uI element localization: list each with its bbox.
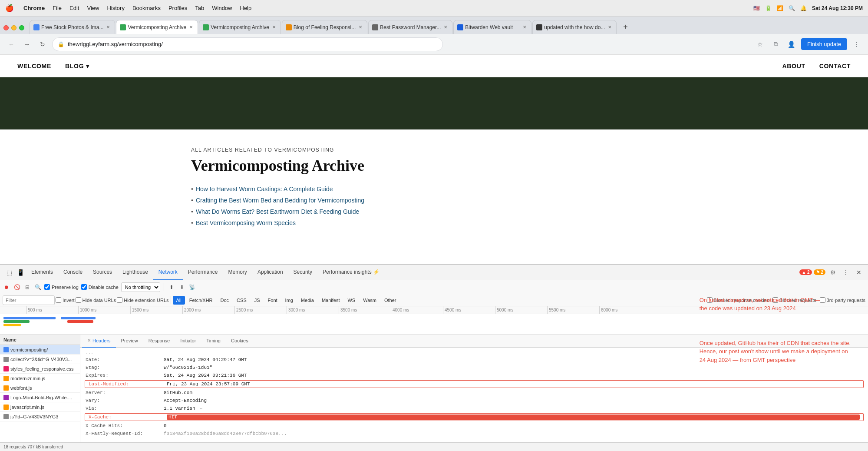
article-link-4[interactable]: Best Vermicomposing Worm Species <box>196 219 296 226</box>
network-item-8[interactable]: js?id=G-V430V3NYG3 <box>0 412 80 421</box>
tab-2[interactable]: Vermicomposting Archive ✕ <box>116 20 198 34</box>
tab-close-5[interactable]: ✕ <box>442 24 449 30</box>
third-party-checkbox[interactable]: 3rd-party requests <box>820 297 865 303</box>
network-item-2[interactable]: collect?v=2&tid=G-V430V3... <box>0 355 80 364</box>
menu-file[interactable]: File <box>53 5 62 11</box>
filter-media[interactable]: Media <box>297 296 317 305</box>
invert-checkbox[interactable]: Invert <box>56 297 75 303</box>
tab-elements[interactable]: Elements <box>26 265 58 280</box>
nav-about[interactable]: ABOUT <box>782 63 805 70</box>
disable-cache-input[interactable] <box>81 284 87 290</box>
article-link-2[interactable]: Crafting the Best Worm Bed and Bedding f… <box>196 197 364 204</box>
filter-all[interactable]: All <box>173 296 185 305</box>
tab-4[interactable]: Blog of Feeling Responsi... ✕ <box>282 20 367 34</box>
blocked-requests-checkbox[interactable]: Blocked requests <box>772 297 816 303</box>
details-tab-response[interactable]: Response <box>143 335 175 348</box>
import-icon[interactable]: ⬇ <box>178 283 186 291</box>
network-item-4[interactable]: modernizr.min.js <box>0 374 80 383</box>
menu-bookmarks[interactable]: Bookmarks <box>132 5 161 11</box>
article-link-3[interactable]: What Do Worms Eat? Best Earthworm Diet &… <box>196 208 359 215</box>
preserve-log-input[interactable] <box>44 284 50 290</box>
record-icon[interactable]: ⏺ <box>3 283 10 291</box>
tab-7[interactable]: updated with the how do... ✕ <box>532 20 617 34</box>
tab-1[interactable]: Free Stock Photos & Ima... ✕ <box>30 20 115 34</box>
article-link-1[interactable]: How to Harvest Worm Castings: A Complete… <box>196 186 333 192</box>
filter-wasm[interactable]: Wasm <box>360 296 380 305</box>
network-item-3[interactable]: styles_feeling_responsive.css <box>0 364 80 374</box>
disable-cache-checkbox[interactable]: Disable cache <box>81 284 119 290</box>
menu-history[interactable]: History <box>107 5 124 11</box>
tab-close-3[interactable]: ✕ <box>271 24 277 30</box>
filter-font[interactable]: Font <box>264 296 281 305</box>
maximize-window-button[interactable] <box>19 25 24 30</box>
new-tab-button[interactable]: + <box>619 22 631 34</box>
devtools-inspect-icon[interactable]: ⬚ <box>3 267 15 278</box>
tab-sources[interactable]: Sources <box>88 265 117 280</box>
filter-doc[interactable]: Doc <box>217 296 233 305</box>
hide-ext-urls-checkbox[interactable]: Hide extension URLs <box>117 297 168 303</box>
tab-close-4[interactable]: ✕ <box>357 24 363 30</box>
network-filter-input[interactable] <box>3 295 55 305</box>
menu-view[interactable]: View <box>87 5 99 11</box>
tab-application[interactable]: Application <box>252 265 288 280</box>
preserve-log-checkbox[interactable]: Preserve log <box>44 284 79 290</box>
nav-blog[interactable]: BLOG ▾ <box>65 63 89 70</box>
tab-6[interactable]: Bitwarden Web vault ✕ <box>453 20 531 34</box>
profile-icon[interactable]: 👤 <box>785 38 798 50</box>
tab-5[interactable]: Best Password Manager... ✕ <box>368 20 452 34</box>
tab-security[interactable]: Security <box>288 265 317 280</box>
details-tab-cookies[interactable]: Cookies <box>226 335 254 348</box>
nav-welcome[interactable]: WELCOME <box>17 63 51 70</box>
tab-close-1[interactable]: ✕ <box>105 24 111 30</box>
wifi-icon[interactable]: 📡 <box>188 283 196 291</box>
tab-close-2[interactable]: ✕ <box>188 24 194 30</box>
menu-profiles[interactable]: Profiles <box>168 5 187 11</box>
upload-icon[interactable]: ⬆ <box>168 283 175 291</box>
devtools-more-icon[interactable]: ⋮ <box>840 267 851 278</box>
filter-manifest[interactable]: Manifest <box>318 296 343 305</box>
close-window-button[interactable] <box>3 25 9 30</box>
devtools-settings-icon[interactable]: ⚙ <box>827 267 838 278</box>
network-item-7[interactable]: javascript.min.js <box>0 402 80 412</box>
menu-window[interactable]: Window <box>212 5 232 11</box>
clear-icon[interactable]: 🚫 <box>13 283 21 291</box>
bookmark-icon[interactable]: ☆ <box>754 38 766 50</box>
filter-ws[interactable]: WS <box>344 296 359 305</box>
details-tab-preview[interactable]: Preview <box>116 335 143 348</box>
tab-performance[interactable]: Performance <box>183 265 223 280</box>
details-tab-timing[interactable]: Timing <box>201 335 226 348</box>
filter-css[interactable]: CSS <box>233 296 250 305</box>
network-item-6[interactable]: Logo-Mont-Bold-Big-White.... <box>0 393 80 402</box>
menu-edit[interactable]: Edit <box>69 5 79 11</box>
tab-lighthouse[interactable]: Lighthouse <box>117 265 153 280</box>
network-item-1[interactable]: vermicomposting/ <box>0 345 80 355</box>
filter-other[interactable]: Other <box>381 296 400 305</box>
tab-network[interactable]: Network <box>153 265 183 280</box>
apple-icon[interactable]: 🍎 <box>5 4 14 12</box>
search-icon[interactable]: 🔍 <box>34 283 42 291</box>
network-item-5[interactable]: webfont.js <box>0 383 80 393</box>
reload-button[interactable]: ↻ <box>36 38 49 50</box>
tab-perf-insights[interactable]: Performance insights ⚡ <box>317 265 385 280</box>
minimize-window-button[interactable] <box>11 25 17 30</box>
blocked-cookies-checkbox[interactable]: Blocked response cookies <box>707 297 769 303</box>
details-tab-initiator[interactable]: Initiator <box>175 335 201 348</box>
filter-fetch-xhr[interactable]: Fetch/XHR <box>186 296 216 305</box>
finish-update-button[interactable]: Finish update <box>801 38 847 50</box>
devtools-device-icon[interactable]: 📱 <box>15 267 26 278</box>
devtools-close-icon[interactable]: ✕ <box>853 267 865 278</box>
tab-console[interactable]: Console <box>58 265 88 280</box>
filter-icon[interactable]: ⊟ <box>23 283 31 291</box>
hide-data-urls-checkbox[interactable]: Hide data URLs <box>76 297 116 303</box>
menu-tab[interactable]: Tab <box>195 5 204 11</box>
edit-icon[interactable]: ✏ <box>200 406 202 411</box>
forward-button[interactable]: → <box>21 38 33 50</box>
tab-close-6[interactable]: ✕ <box>521 24 528 30</box>
menu-help[interactable]: Help <box>240 5 252 11</box>
details-tab-headers[interactable]: ✕ Headers <box>82 335 116 348</box>
tab-3[interactable]: Vermicomposting Archive ✕ <box>199 20 281 34</box>
menu-chrome[interactable]: Chrome <box>23 5 45 11</box>
filter-img[interactable]: Img <box>282 296 297 305</box>
search-icon[interactable]: 🔍 <box>789 5 795 11</box>
url-bar[interactable]: 🔒 thewriggLeyfarm.sg/vermicomposting/ <box>52 37 443 51</box>
